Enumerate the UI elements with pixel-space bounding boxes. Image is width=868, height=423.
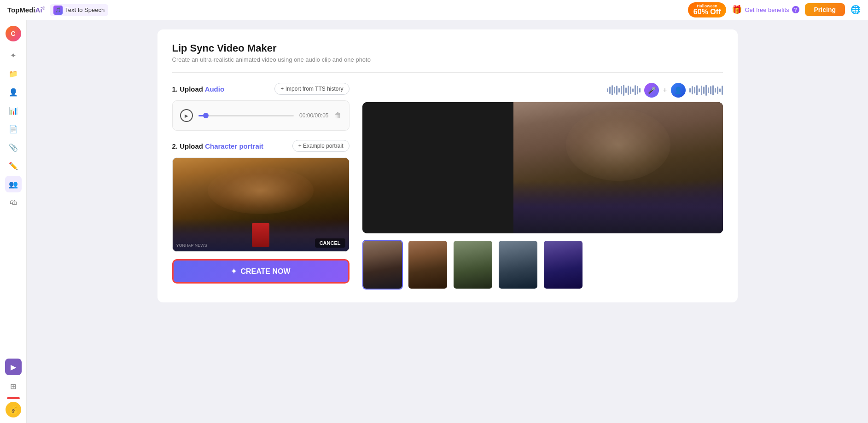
portrait-section-title: 2. Upload Character portrait [172,142,263,150]
sidebar-video-button[interactable]: ▶ [5,359,22,375]
sidebar-coin-button[interactable]: 💰 [6,402,21,417]
example-portrait-button[interactable]: + Example portrait [292,140,350,152]
video-dark-half [362,102,514,233]
page-subtitle: Create an ultra-realistic animated video… [172,56,723,63]
two-column-layout: 1. Upload Audio + Import from TTS histor… [172,83,723,290]
main-layout: C ✦ 📁 👤 📊 📄 📎 ✏️ 👥 🛍 ▶ ⊞ 💰 Lip Sync Vide… [0,20,868,423]
sidebar-item-files[interactable]: 📁 [5,65,22,82]
language-button[interactable]: 🌐 [851,5,861,15]
pricing-button[interactable]: Pricing [805,3,845,16]
thumbnail-3[interactable] [453,240,493,290]
right-waveform [689,84,723,97]
halloween-button[interactable]: Halloween 60% Off [688,2,727,18]
sidebar-item-analytics[interactable]: 📊 [5,102,22,119]
sidebar-item-docs[interactable]: 📄 [5,121,22,137]
tts-label: Text to Speech [65,6,105,13]
play-button[interactable]: ▶ [180,109,193,122]
left-column: 1. Upload Audio + Import from TTS histor… [172,83,350,290]
waveform-row: 🎤 + 👤 [362,83,723,98]
sidebar-progress-bar [7,397,20,399]
video-preview [362,102,723,233]
import-tts-button[interactable]: + Import from TTS history [274,83,349,95]
watermark: YONHAP NEWS [176,243,207,248]
logo: TopMediAi® [7,6,45,14]
sidebar-item-shop[interactable]: 🛍 [5,194,22,211]
delete-audio-button[interactable]: 🗑 [334,111,342,120]
sidebar: C ✦ 📁 👤 📊 📄 📎 ✏️ 👥 🛍 ▶ ⊞ 💰 [0,20,27,423]
video-portrait-half [513,102,722,233]
thumbnail-4[interactable] [498,240,538,290]
thumbnail-2[interactable] [408,240,448,290]
create-now-button[interactable]: ✦ CREATE NOW [172,259,350,284]
time-label: 00:00/00:05 [299,112,328,119]
info-icon: ? [792,6,799,13]
main-card: Lip Sync Video Maker Create an ultra-rea… [157,29,738,302]
portrait-upload-area[interactable]: CANCEL YONHAP NEWS [172,157,350,252]
plus-icon: + [663,86,667,94]
gift-icon: 🎁 [732,5,742,15]
progress-track [198,115,294,116]
progress-fill [198,115,206,116]
halloween-label: Halloween [697,4,717,9]
main-content: Lip Sync Video Maker Create an ultra-rea… [27,20,868,423]
header-left: TopMediAi® 🎵 Text to Speech [7,4,108,16]
divider [172,72,723,73]
sidebar-apps-button[interactable]: ⊞ [5,378,22,394]
sidebar-bottom: ▶ ⊞ 💰 [5,359,22,417]
thumbnails-row [362,240,723,290]
create-label: CREATE NOW [240,267,290,276]
thumbnail-1[interactable] [362,240,403,290]
tts-icon: 🎵 [53,6,63,15]
avatar[interactable]: C [6,26,21,41]
left-waveform [607,84,641,97]
tts-badge[interactable]: 🎵 Text to Speech [50,4,108,16]
app-header: TopMediAi® 🎵 Text to Speech Halloween 60… [0,0,868,20]
cancel-button[interactable]: CANCEL [315,238,345,248]
halloween-percent: 60% Off [693,8,721,16]
page-title: Lip Sync Video Maker [172,42,723,54]
mic-icon: 🎤 [644,83,659,98]
sidebar-item-home[interactable]: ✦ [5,47,22,64]
audio-section-header: 1. Upload Audio + Import from TTS histor… [172,83,350,95]
right-column: 🎤 + 👤 [362,83,723,290]
progress-bar[interactable] [198,115,294,116]
benefits-button[interactable]: 🎁 Get free benefits ? [732,5,799,15]
progress-thumb [203,113,209,118]
sidebar-item-clips[interactable]: 📎 [5,139,22,156]
sidebar-item-edit[interactable]: ✏️ [5,157,22,174]
thumbnail-5[interactable] [543,240,583,290]
person-icon: 👤 [671,83,686,98]
portrait-section-header: 2. Upload Character portrait + Example p… [172,140,350,152]
sidebar-item-voice[interactable]: 👤 [5,84,22,100]
benefits-label: Get free benefits [745,6,789,13]
audio-section-title: 1. Upload Audio [172,85,225,93]
sparkle-icon: ✦ [231,267,237,276]
header-right: Halloween 60% Off 🎁 Get free benefits ? … [688,2,861,18]
sidebar-item-lipsync[interactable]: 👥 [5,176,22,192]
audio-player: ▶ 00:00/00:05 🗑 [172,100,350,131]
